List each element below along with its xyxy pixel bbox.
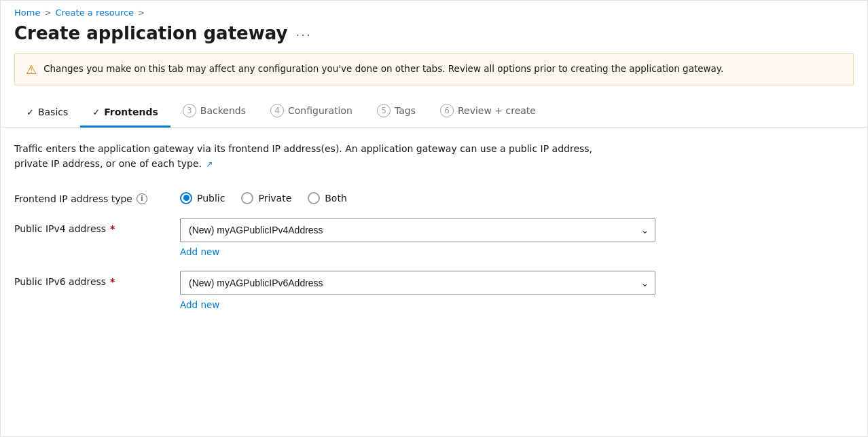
breadcrumb-home[interactable]: Home [14, 7, 40, 18]
breadcrumb: Home > Create a resource > [1, 1, 867, 20]
public-ipv6-required: * [110, 276, 115, 287]
tab-review-label: Review + create [458, 105, 536, 116]
radio-both[interactable]: Both [308, 192, 347, 204]
page-title: Create application gateway [14, 23, 287, 43]
tab-configuration-label: Configuration [288, 105, 352, 116]
public-ipv4-label: Public IPv4 address * [14, 218, 164, 234]
public-ipv4-control: (New) myAGPublicIPv4Address ⌄ Add new [180, 218, 696, 257]
tab-tags-num: 5 [377, 104, 391, 117]
page-header: Create application gateway ··· [1, 20, 867, 53]
radio-private-circle[interactable] [241, 192, 253, 204]
public-ipv6-select[interactable]: (New) myAGPublicIPv6Address [180, 271, 655, 295]
radio-public-label: Public [197, 193, 225, 204]
tab-frontends-check: ✓ [92, 107, 100, 117]
public-ipv4-add-new[interactable]: Add new [180, 246, 219, 257]
main-content: Traffic enters the application gateway v… [1, 128, 867, 337]
tab-backends[interactable]: 3 Backends [170, 97, 258, 128]
tab-review-num: 6 [440, 104, 454, 117]
tab-basics-label: Basics [38, 107, 68, 117]
tab-configuration-num: 4 [270, 104, 284, 117]
frontend-ip-radio-group: Public Private Both [180, 188, 696, 204]
frontend-ip-info-icon[interactable]: i [137, 193, 147, 204]
more-menu-button[interactable]: ··· [295, 28, 311, 42]
public-ipv6-control: (New) myAGPublicIPv6Address ⌄ Add new [180, 271, 696, 310]
public-ipv6-row: Public IPv6 address * (New) myAGPublicIP… [14, 271, 854, 310]
public-ipv4-select[interactable]: (New) myAGPublicIPv4Address [180, 218, 655, 242]
tab-tags-label: Tags [395, 105, 416, 116]
tab-frontends[interactable]: ✓ Frontends [80, 100, 170, 128]
warning-icon: ⚠ [26, 62, 37, 77]
public-ipv4-select-wrapper: (New) myAGPublicIPv4Address ⌄ [180, 218, 655, 242]
frontend-ip-type-row: Frontend IP address type i Public Privat… [14, 188, 854, 204]
breadcrumb-sep-1: > [44, 8, 51, 18]
public-ipv4-required: * [110, 223, 115, 234]
description-external-link[interactable]: ↗ [206, 158, 213, 171]
public-ipv4-row: Public IPv4 address * (New) myAGPublicIP… [14, 218, 854, 257]
tab-configuration[interactable]: 4 Configuration [258, 97, 365, 128]
radio-public[interactable]: Public [180, 192, 225, 204]
radio-public-circle[interactable] [180, 192, 192, 204]
tab-review[interactable]: 6 Review + create [428, 97, 548, 128]
public-ipv6-label: Public IPv6 address * [14, 271, 164, 287]
breadcrumb-create-resource[interactable]: Create a resource [55, 7, 134, 18]
frontend-ip-control: Public Private Both [180, 188, 696, 204]
breadcrumb-sep-2: > [138, 8, 145, 18]
tab-basics[interactable]: ✓ Basics [14, 100, 80, 128]
tabs-bar: ✓ Basics ✓ Frontends 3 Backends 4 Config… [1, 96, 867, 128]
tab-tags[interactable]: 5 Tags [365, 97, 428, 128]
public-ipv6-add-new[interactable]: Add new [180, 299, 219, 310]
radio-private-label: Private [258, 193, 291, 204]
radio-both-label: Both [325, 193, 347, 204]
radio-private[interactable]: Private [241, 192, 291, 204]
warning-banner: ⚠ Changes you make on this tab may affec… [14, 53, 854, 86]
tab-backends-num: 3 [183, 104, 196, 117]
frontend-ip-label: Frontend IP address type i [14, 188, 164, 204]
section-description: Traffic enters the application gateway v… [14, 141, 626, 172]
tab-backends-label: Backends [200, 105, 246, 116]
tab-frontends-label: Frontends [104, 107, 158, 117]
warning-message: Changes you make on this tab may affect … [43, 62, 723, 75]
radio-both-circle[interactable] [308, 192, 320, 204]
tab-basics-check: ✓ [26, 107, 34, 117]
public-ipv6-select-wrapper: (New) myAGPublicIPv6Address ⌄ [180, 271, 655, 295]
